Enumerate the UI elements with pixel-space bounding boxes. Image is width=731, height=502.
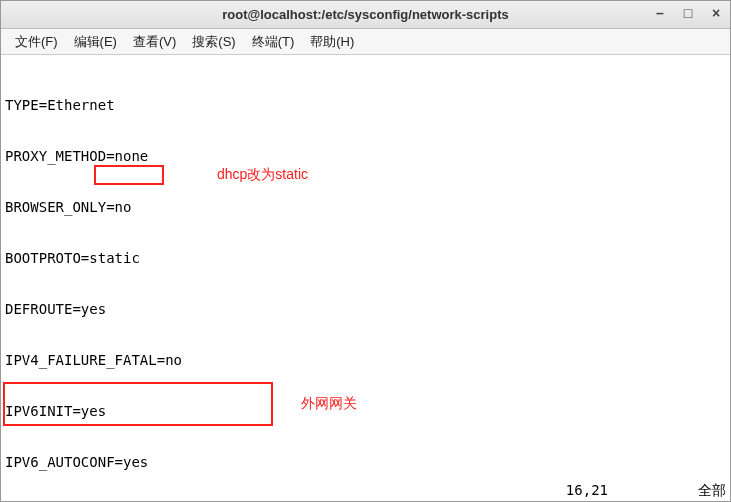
menu-search[interactable]: 搜索(S) — [184, 31, 243, 53]
annotation-box-bootproto — [94, 165, 164, 185]
minimize-button[interactable]: – — [650, 4, 670, 22]
menu-view[interactable]: 查看(V) — [125, 31, 184, 53]
config-line: BROWSER_ONLY=no — [5, 199, 726, 216]
window-titlebar: root@localhost:/etc/sysconfig/network-sc… — [1, 1, 730, 29]
config-line: TYPE=Ethernet — [5, 97, 726, 114]
config-line: IPV6INIT=yes — [5, 403, 726, 420]
vim-statusbar: 16,21 全部 — [5, 482, 726, 499]
config-line: DEFROUTE=yes — [5, 301, 726, 318]
menu-edit[interactable]: 编辑(E) — [66, 31, 125, 53]
annotation-text-bootproto: dhcp改为static — [217, 166, 308, 183]
terminal-viewport[interactable]: TYPE=Ethernet PROXY_METHOD=none BROWSER_… — [1, 55, 730, 501]
maximize-button[interactable]: □ — [678, 4, 698, 22]
menubar: 文件(F) 编辑(E) 查看(V) 搜索(S) 终端(T) 帮助(H) — [1, 29, 730, 55]
scroll-indicator: 全部 — [698, 482, 726, 499]
config-line: IPV6_AUTOCONF=yes — [5, 454, 726, 471]
menu-terminal[interactable]: 终端(T) — [244, 31, 303, 53]
window-controls: – □ × — [650, 4, 726, 22]
menu-help[interactable]: 帮助(H) — [302, 31, 362, 53]
config-line: IPV4_FAILURE_FATAL=no — [5, 352, 726, 369]
cursor-position: 16,21 — [566, 482, 608, 499]
menu-file[interactable]: 文件(F) — [7, 31, 66, 53]
window-title: root@localhost:/etc/sysconfig/network-sc… — [222, 7, 508, 22]
config-line: BOOTPROTO=static — [5, 250, 726, 267]
config-line: PROXY_METHOD=none — [5, 148, 726, 165]
close-button[interactable]: × — [706, 4, 726, 22]
annotation-text-gateway: 外网网关 — [301, 395, 357, 412]
